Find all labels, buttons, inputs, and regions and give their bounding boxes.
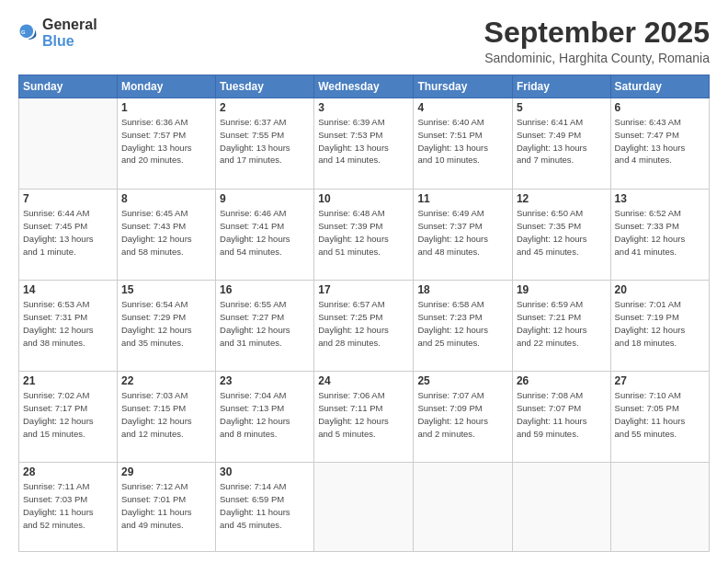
- day-info: Sunrise: 6:55 AM Sunset: 7:27 PM Dayligh…: [220, 298, 310, 349]
- day-number: 3: [318, 101, 409, 114]
- day-info: Sunrise: 6:50 AM Sunset: 7:35 PM Dayligh…: [517, 207, 607, 258]
- calendar-week-1: 7Sunrise: 6:44 AM Sunset: 7:45 PM Daylig…: [19, 190, 710, 281]
- day-number: 15: [121, 283, 211, 296]
- day-info: Sunrise: 6:57 AM Sunset: 7:25 PM Dayligh…: [318, 298, 409, 349]
- day-info: Sunrise: 6:48 AM Sunset: 7:39 PM Dayligh…: [318, 207, 409, 258]
- calendar-header-sunday: Sunday: [19, 75, 118, 98]
- day-info: Sunrise: 6:52 AM Sunset: 7:33 PM Dayligh…: [615, 207, 705, 258]
- day-info: Sunrise: 6:49 AM Sunset: 7:37 PM Dayligh…: [417, 207, 508, 258]
- calendar-week-3: 21Sunrise: 7:02 AM Sunset: 7:17 PM Dayli…: [19, 372, 710, 463]
- calendar-header-tuesday: Tuesday: [216, 75, 314, 98]
- day-number: 18: [417, 283, 508, 296]
- day-info: Sunrise: 7:08 AM Sunset: 7:07 PM Dayligh…: [517, 389, 607, 440]
- calendar: SundayMondayTuesdayWednesdayThursdayFrid…: [18, 75, 710, 552]
- day-number: 7: [23, 192, 113, 205]
- day-number: 8: [121, 192, 211, 205]
- day-number: 28: [23, 465, 113, 478]
- day-number: 27: [615, 374, 705, 387]
- calendar-cell: 26Sunrise: 7:08 AM Sunset: 7:07 PM Dayli…: [512, 372, 610, 463]
- calendar-cell: 13Sunrise: 6:52 AM Sunset: 7:33 PM Dayli…: [610, 190, 709, 281]
- logo-text: General Blue: [42, 17, 97, 50]
- day-number: 16: [220, 283, 310, 296]
- day-number: 4: [417, 101, 508, 114]
- day-info: Sunrise: 7:07 AM Sunset: 7:09 PM Dayligh…: [417, 389, 508, 440]
- day-number: 22: [121, 374, 211, 387]
- day-number: 19: [517, 283, 607, 296]
- day-number: 21: [23, 374, 113, 387]
- subtitle: Sandominic, Harghita County, Romania: [484, 51, 710, 65]
- day-info: Sunrise: 7:01 AM Sunset: 7:19 PM Dayligh…: [615, 298, 705, 349]
- day-info: Sunrise: 7:04 AM Sunset: 7:13 PM Dayligh…: [220, 389, 310, 440]
- day-info: Sunrise: 6:53 AM Sunset: 7:31 PM Dayligh…: [23, 298, 113, 349]
- calendar-cell: 2Sunrise: 6:37 AM Sunset: 7:55 PM Daylig…: [216, 98, 314, 190]
- day-number: 17: [318, 283, 409, 296]
- calendar-cell: 28Sunrise: 7:11 AM Sunset: 7:03 PM Dayli…: [19, 463, 118, 552]
- day-number: 11: [417, 192, 508, 205]
- day-number: 5: [517, 101, 607, 114]
- day-number: 26: [517, 374, 607, 387]
- day-info: Sunrise: 7:14 AM Sunset: 6:59 PM Dayligh…: [220, 480, 310, 531]
- day-info: Sunrise: 7:10 AM Sunset: 7:05 PM Dayligh…: [615, 389, 705, 440]
- day-number: 14: [23, 283, 113, 296]
- svg-text:G: G: [21, 29, 26, 35]
- calendar-cell: 1Sunrise: 6:36 AM Sunset: 7:57 PM Daylig…: [117, 98, 215, 190]
- day-info: Sunrise: 6:36 AM Sunset: 7:57 PM Dayligh…: [121, 116, 211, 167]
- calendar-cell: 16Sunrise: 6:55 AM Sunset: 7:27 PM Dayli…: [216, 281, 314, 372]
- logo-general: General: [42, 17, 97, 32]
- calendar-cell: 10Sunrise: 6:48 AM Sunset: 7:39 PM Dayli…: [314, 190, 414, 281]
- logo-icon: G: [18, 23, 39, 43]
- calendar-cell: 27Sunrise: 7:10 AM Sunset: 7:05 PM Dayli…: [610, 372, 709, 463]
- day-info: Sunrise: 6:45 AM Sunset: 7:43 PM Dayligh…: [121, 207, 211, 258]
- calendar-cell: 17Sunrise: 6:57 AM Sunset: 7:25 PM Dayli…: [314, 281, 414, 372]
- day-number: 13: [615, 192, 705, 205]
- day-number: 10: [318, 192, 409, 205]
- day-info: Sunrise: 6:46 AM Sunset: 7:41 PM Dayligh…: [220, 207, 310, 258]
- day-info: Sunrise: 6:40 AM Sunset: 7:51 PM Dayligh…: [417, 116, 508, 167]
- calendar-header-saturday: Saturday: [610, 75, 709, 98]
- day-info: Sunrise: 6:58 AM Sunset: 7:23 PM Dayligh…: [417, 298, 508, 349]
- day-info: Sunrise: 7:03 AM Sunset: 7:15 PM Dayligh…: [121, 389, 211, 440]
- calendar-cell: [414, 463, 513, 552]
- calendar-cell: [512, 463, 610, 552]
- calendar-header-monday: Monday: [117, 75, 215, 98]
- calendar-cell: 5Sunrise: 6:41 AM Sunset: 7:49 PM Daylig…: [512, 98, 610, 190]
- calendar-cell: 30Sunrise: 7:14 AM Sunset: 6:59 PM Dayli…: [216, 463, 314, 552]
- calendar-cell: 29Sunrise: 7:12 AM Sunset: 7:01 PM Dayli…: [117, 463, 215, 552]
- calendar-cell: 11Sunrise: 6:49 AM Sunset: 7:37 PM Dayli…: [414, 190, 513, 281]
- day-number: 2: [220, 101, 310, 114]
- day-info: Sunrise: 6:39 AM Sunset: 7:53 PM Dayligh…: [318, 116, 409, 167]
- calendar-header-row: SundayMondayTuesdayWednesdayThursdayFrid…: [19, 75, 710, 98]
- day-number: 20: [615, 283, 705, 296]
- day-info: Sunrise: 6:54 AM Sunset: 7:29 PM Dayligh…: [121, 298, 211, 349]
- day-info: Sunrise: 7:12 AM Sunset: 7:01 PM Dayligh…: [121, 480, 211, 531]
- calendar-cell: 7Sunrise: 6:44 AM Sunset: 7:45 PM Daylig…: [19, 190, 118, 281]
- calendar-cell: [19, 98, 118, 190]
- day-info: Sunrise: 6:59 AM Sunset: 7:21 PM Dayligh…: [517, 298, 607, 349]
- calendar-cell: [610, 463, 709, 552]
- calendar-cell: 14Sunrise: 6:53 AM Sunset: 7:31 PM Dayli…: [19, 281, 118, 372]
- calendar-cell: 25Sunrise: 7:07 AM Sunset: 7:09 PM Dayli…: [414, 372, 513, 463]
- calendar-cell: 8Sunrise: 6:45 AM Sunset: 7:43 PM Daylig…: [117, 190, 215, 281]
- day-info: Sunrise: 6:41 AM Sunset: 7:49 PM Dayligh…: [517, 116, 607, 167]
- calendar-week-2: 14Sunrise: 6:53 AM Sunset: 7:31 PM Dayli…: [19, 281, 710, 372]
- title-section: September 2025 Sandominic, Harghita Coun…: [484, 17, 710, 65]
- logo: G General Blue: [18, 17, 97, 50]
- calendar-cell: 3Sunrise: 6:39 AM Sunset: 7:53 PM Daylig…: [314, 98, 414, 190]
- calendar-week-4: 28Sunrise: 7:11 AM Sunset: 7:03 PM Dayli…: [19, 463, 710, 552]
- logo-blue: Blue: [42, 33, 74, 49]
- calendar-cell: 22Sunrise: 7:03 AM Sunset: 7:15 PM Dayli…: [117, 372, 215, 463]
- calendar-week-0: 1Sunrise: 6:36 AM Sunset: 7:57 PM Daylig…: [19, 98, 710, 190]
- calendar-cell: 20Sunrise: 7:01 AM Sunset: 7:19 PM Dayli…: [610, 281, 709, 372]
- day-info: Sunrise: 7:06 AM Sunset: 7:11 PM Dayligh…: [318, 389, 409, 440]
- day-info: Sunrise: 6:43 AM Sunset: 7:47 PM Dayligh…: [615, 116, 705, 167]
- day-number: 30: [220, 465, 310, 478]
- calendar-cell: 18Sunrise: 6:58 AM Sunset: 7:23 PM Dayli…: [414, 281, 513, 372]
- main-title: September 2025: [484, 17, 710, 49]
- day-number: 9: [220, 192, 310, 205]
- calendar-cell: [314, 463, 414, 552]
- top-section: G General Blue September 2025 Sandominic…: [18, 17, 710, 65]
- calendar-cell: 6Sunrise: 6:43 AM Sunset: 7:47 PM Daylig…: [610, 98, 709, 190]
- calendar-cell: 12Sunrise: 6:50 AM Sunset: 7:35 PM Dayli…: [512, 190, 610, 281]
- calendar-header-friday: Friday: [512, 75, 610, 98]
- day-number: 12: [517, 192, 607, 205]
